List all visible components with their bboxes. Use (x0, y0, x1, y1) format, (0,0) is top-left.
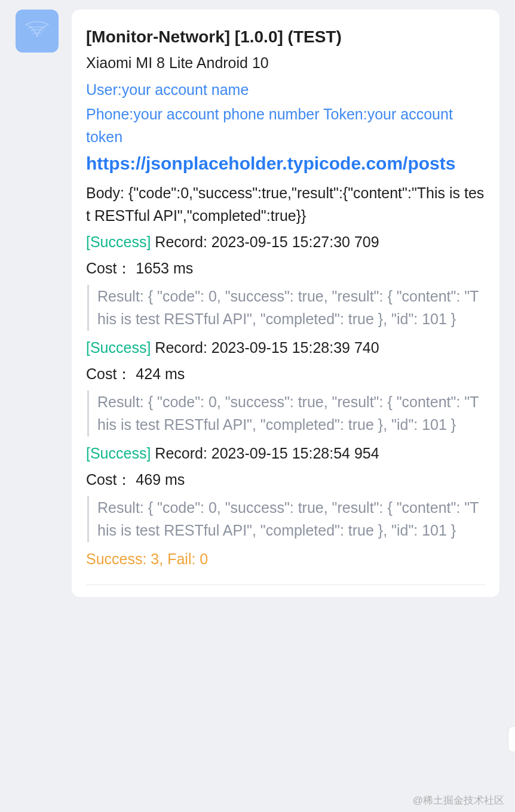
user-link[interactable]: User:your account name (86, 78, 485, 102)
divider (86, 585, 485, 585)
device-info: Xiaomi MI 8 Lite Android 10 (86, 53, 485, 73)
record-entry: [Success] Record: 2023-09-15 15:28:54 95… (86, 440, 485, 542)
status-badge: [Success] (86, 233, 151, 250)
record-header: [Success] Record: 2023-09-15 15:27:30 70… (86, 229, 485, 256)
status-badge: [Success] (86, 339, 151, 356)
card-title: [Monitor-Network] [1.0.0] (TEST) (86, 26, 485, 47)
result-block: Result: { "code": 0, "success": true, "r… (87, 496, 485, 543)
summary-counts: Success: 3, Fail: 0 (86, 546, 485, 573)
record-timestamp: Record: 2023-09-15 15:28:54 954 (151, 445, 379, 462)
request-body: Body: {"code":0,"success":true,"result":… (86, 182, 485, 228)
record-timestamp: Record: 2023-09-15 15:27:30 709 (151, 233, 379, 250)
message-container: [Monitor-Network] [1.0.0] (TEST) Xiaomi … (0, 0, 515, 597)
result-block: Result: { "code": 0, "success": true, "r… (87, 390, 485, 437)
message-card: [Monitor-Network] [1.0.0] (TEST) Xiaomi … (72, 10, 499, 597)
watermark-text: @稀土掘金技术社区 (413, 793, 504, 807)
record-timestamp: Record: 2023-09-15 15:28:39 740 (151, 339, 379, 356)
request-url-link[interactable]: https://jsonplaceholder.typicode.com/pos… (86, 150, 485, 178)
app-avatar (16, 10, 59, 53)
cost-label: Cost： 424 ms (86, 361, 485, 387)
phone-token-link[interactable]: Phone:your account phone number Token:yo… (86, 103, 485, 149)
record-entry: [Success] Record: 2023-09-15 15:28:39 74… (86, 334, 485, 436)
wing-icon (22, 16, 52, 46)
record-header: [Success] Record: 2023-09-15 15:28:39 74… (86, 334, 485, 361)
cost-label: Cost： 1653 ms (86, 256, 485, 281)
result-block: Result: { "code": 0, "success": true, "r… (87, 285, 485, 331)
popup-edge[interactable] (508, 726, 515, 752)
record-entry: [Success] Record: 2023-09-15 15:27:30 70… (86, 229, 485, 331)
record-header: [Success] Record: 2023-09-15 15:28:54 95… (86, 440, 485, 467)
cost-label: Cost： 469 ms (86, 467, 485, 493)
status-badge: [Success] (86, 445, 151, 462)
